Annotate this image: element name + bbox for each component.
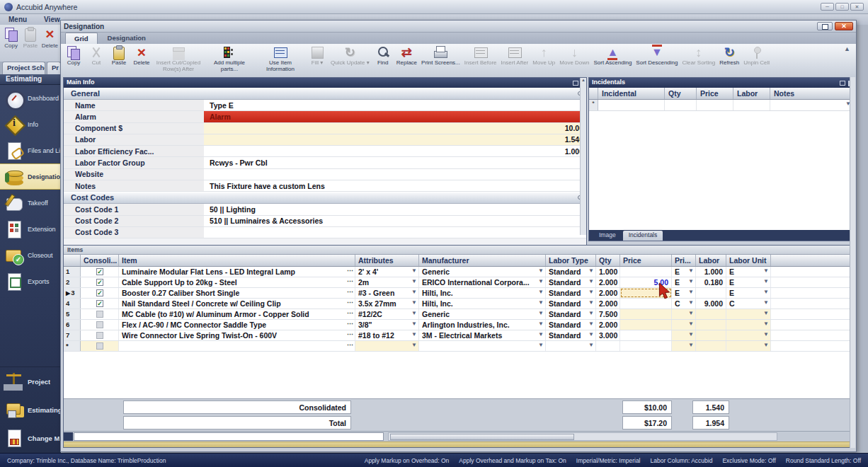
chevron-down-icon[interactable]: ▼ [588,289,594,295]
delete-button[interactable]: ×Delete [42,26,58,60]
price-cell[interactable] [620,320,672,330]
item-cell[interactable]: Booster 0.27 Caliber Short Single⋯ [119,288,355,298]
table-row[interactable]: ▶3✓Booster 0.27 Caliber Short Single⋯#3 … [64,288,853,299]
labor-cell[interactable] [696,309,726,319]
field-value[interactable] [204,227,586,238]
labor-unit-cell[interactable]: ▼ [726,309,771,319]
chevron-down-icon[interactable]: ▼ [688,310,694,316]
refresh-button[interactable]: ↻Refresh [717,45,741,67]
chevron-down-icon[interactable]: ▼ [763,342,769,348]
attributes-cell[interactable]: #18 to #12▼ [355,330,419,340]
chevron-down-icon[interactable]: ▼ [688,289,694,295]
section-header-cost-codes[interactable]: Cost Codes [64,192,586,204]
chevron-down-icon[interactable]: ▼ [411,267,417,274]
consolidated-cell[interactable] [81,330,119,340]
labor-type-cell[interactable]: Standard▼ [546,299,596,309]
consolidated-cell[interactable]: ✓ [81,277,119,287]
chevron-down-icon[interactable]: ▼ [588,342,594,348]
chevron-down-icon[interactable]: ▼ [538,310,544,316]
chevron-down-icon[interactable]: ▼ [538,299,544,306]
copy-button[interactable]: Copy [62,45,85,67]
chevron-down-icon[interactable]: ▼ [538,331,544,338]
ellipsis-button[interactable]: ⋯ [347,330,353,338]
labor-unit-cell[interactable]: ▼ [726,341,771,351]
field-value[interactable]: 50 || Lighting [204,204,586,214]
column-header-pri-[interactable]: Pri... [672,255,696,266]
field-value[interactable] [204,169,586,180]
replace-button[interactable]: ⇄Replace [394,45,419,67]
labor-cell[interactable] [733,100,770,110]
price-unit-cell[interactable]: ▼ [672,341,696,351]
notes-cell[interactable]: ▼ [770,100,853,110]
ellipsis-button[interactable]: ⋯ [347,288,353,295]
price-cell[interactable] [620,309,672,319]
ellipsis-button[interactable]: ⋯ [347,309,353,316]
manufacturer-cell[interactable]: 3M - Electrical Markets▼ [419,330,546,340]
field-value[interactable]: 1.000 [204,146,586,156]
qty-cell[interactable]: 3.000 [596,330,620,340]
minimize-icon[interactable]: ─ [821,3,834,11]
chevron-down-icon[interactable]: ▼ [538,342,544,348]
price-cell[interactable] [620,267,672,277]
sort-descending-button[interactable]: ▼Sort Descending [634,45,680,67]
labor-unit-cell[interactable]: E▼ [726,288,771,298]
chevron-down-icon[interactable]: ▼ [411,321,417,327]
checkbox-icon[interactable]: ✓ [96,289,103,296]
main-info-scrollbar[interactable]: ▲ [580,78,586,235]
labor-type-cell[interactable]: ▼ [546,341,596,351]
restore-icon[interactable] [573,81,578,86]
incidentals-new-row[interactable]: * ▼ [589,100,853,111]
column-header-consoli-[interactable]: Consoli... [81,255,119,266]
column-header-attributes[interactable]: Attributes [355,255,419,266]
sidebar-item-dashboard[interactable]: Dashboard [0,85,61,111]
chevron-down-icon[interactable]: ▼ [538,278,544,284]
add-multiple-parts-button[interactable]: Add multiple parts... [204,45,255,73]
labor-type-cell[interactable]: Standard▼ [546,288,596,298]
checkbox-icon[interactable] [96,342,103,350]
field-value[interactable]: 510 || Luminaires & Accessories [204,216,586,226]
sidebar-item-extension[interactable]: Extension [0,216,61,242]
horizontal-scrollbar[interactable] [388,432,777,441]
attributes-cell[interactable]: 2' x 4'▼ [355,267,419,277]
column-header-price[interactable]: Price [697,88,733,99]
tab-incidentals[interactable]: Incidentals [623,231,663,241]
column-header-price[interactable]: Price [620,255,672,266]
chevron-down-icon[interactable]: ▼ [411,331,417,338]
chevron-down-icon[interactable]: ▼ [538,289,544,295]
menu-item-view[interactable]: View [44,16,60,23]
labor-type-cell[interactable]: Standard▼ [546,330,596,340]
sort-ascending-button[interactable]: ▲Sort Ascending [592,45,634,67]
tab-grid[interactable]: Grid [65,33,98,44]
chevron-down-icon[interactable]: ▼ [688,299,694,306]
chevron-down-icon[interactable]: ▼ [588,331,594,338]
chevron-down-icon[interactable]: ▼ [763,299,769,306]
chevron-down-icon[interactable]: ▼ [411,310,417,316]
attributes-cell[interactable]: 2m▼ [355,277,419,287]
chevron-down-icon[interactable]: ▼ [588,310,594,316]
consolidated-cell[interactable] [81,320,119,330]
sidebar-item-designation[interactable]: Designation [0,163,61,190]
sidebar-item-project[interactable]: Project [0,367,61,396]
ellipsis-button[interactable]: ⋯ [347,267,353,274]
item-cell[interactable]: ⋯ [119,341,355,351]
table-row[interactable]: 1✓Luminaire Modular Flat Lens - LED Inte… [64,267,853,277]
chevron-down-icon[interactable]: ▼ [763,278,769,284]
print-screens-button[interactable]: Print Screens... [419,45,462,67]
qty-cell[interactable]: 2.000 [596,299,620,309]
ellipsis-button[interactable]: ⋯ [347,299,353,306]
table-row[interactable]: 2✓Cable Support Up to 20kg - Steel⋯2m▼ER… [64,277,853,288]
labor-unit-cell[interactable]: E▼ [726,267,771,277]
price-unit-cell[interactable]: ▼ [672,309,696,319]
close-icon[interactable]: ✕ [850,3,864,11]
tab-designation[interactable]: Designation [99,33,154,44]
labor-unit-cell[interactable]: C▼ [726,299,771,309]
sidebar-item-closeout[interactable]: Closeout [0,242,61,268]
qty-cell[interactable]: 1.000 [596,267,620,277]
table-row[interactable]: 4✓Nail Standard Steel / Concrete w/ Ceil… [64,299,853,309]
chevron-down-icon[interactable]: ▼ [688,331,694,338]
chevron-down-icon[interactable]: ▼ [538,267,544,274]
labor-type-cell[interactable]: Standard▼ [546,320,596,330]
labor-cell[interactable] [696,288,726,298]
price-cell[interactable] [697,100,733,110]
attributes-cell[interactable]: #12/2C▼ [355,309,419,319]
